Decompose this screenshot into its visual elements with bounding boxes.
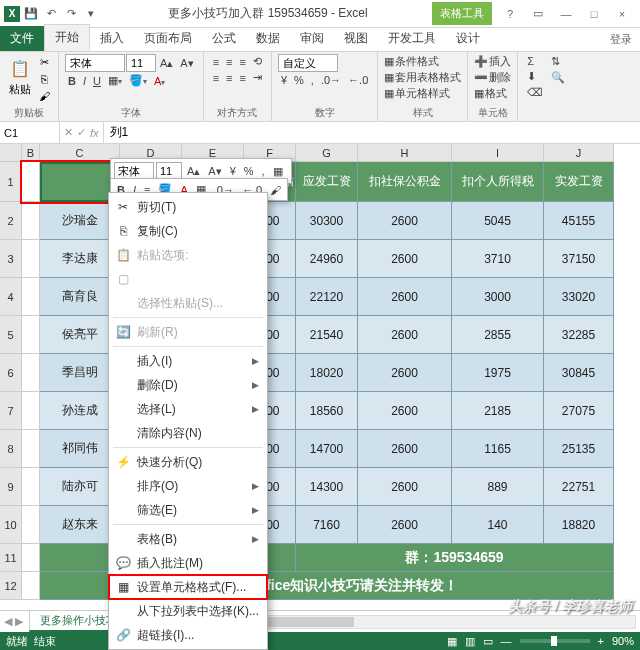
ctx-sort[interactable]: 排序(O)▶ bbox=[109, 474, 267, 498]
tab-formula[interactable]: 公式 bbox=[202, 26, 246, 51]
row-header[interactable]: 3 bbox=[0, 240, 22, 278]
formula-bar[interactable]: 列1 bbox=[104, 122, 640, 143]
ctx-format-cells[interactable]: ▦设置单元格格式(F)... bbox=[109, 575, 267, 599]
underline-button[interactable]: U bbox=[90, 74, 104, 88]
zoom-slider[interactable] bbox=[520, 639, 590, 643]
ctx-hyperlink[interactable]: 🔗超链接(I)... bbox=[109, 623, 267, 647]
ctx-quick-analysis[interactable]: ⚡快速分析(Q) bbox=[109, 450, 267, 474]
insert-cells-button[interactable]: ➕ 插入 bbox=[474, 54, 511, 69]
align-top-icon[interactable]: ≡ bbox=[210, 55, 222, 69]
cell[interactable]: 45155 bbox=[544, 202, 614, 240]
tab-dev[interactable]: 开发工具 bbox=[378, 26, 446, 51]
clear-icon[interactable]: ⌫ bbox=[524, 85, 546, 100]
zoom-level[interactable]: 90% bbox=[612, 635, 634, 647]
cell[interactable]: 32285 bbox=[544, 316, 614, 354]
tab-design[interactable]: 设计 bbox=[446, 26, 490, 51]
align-right-icon[interactable]: ≡ bbox=[237, 71, 249, 85]
cell[interactable]: 2185 bbox=[452, 392, 544, 430]
mini-currency-icon[interactable]: ¥ bbox=[227, 164, 239, 178]
tab-review[interactable]: 审阅 bbox=[290, 26, 334, 51]
login-link[interactable]: 登录 bbox=[602, 28, 640, 51]
fill-icon[interactable]: ⬇ bbox=[524, 69, 546, 84]
zoom-out-icon[interactable]: — bbox=[501, 635, 512, 647]
cell[interactable] bbox=[22, 162, 40, 202]
cell[interactable]: 2600 bbox=[358, 506, 452, 544]
col-header[interactable]: G bbox=[296, 144, 358, 162]
paste-button[interactable]: 📋 粘贴 bbox=[6, 54, 34, 99]
border-icon[interactable]: ▦▾ bbox=[105, 73, 125, 88]
view-break-icon[interactable]: ▭ bbox=[483, 635, 493, 648]
confirm-fx-icon[interactable]: ✓ bbox=[77, 126, 86, 139]
ctx-filter[interactable]: 筛选(E)▶ bbox=[109, 498, 267, 522]
cell[interactable]: 5045 bbox=[452, 202, 544, 240]
cell[interactable]: 扣社保公积金 bbox=[358, 162, 452, 202]
cell[interactable]: 3000 bbox=[452, 278, 544, 316]
zoom-in-icon[interactable]: + bbox=[598, 635, 604, 647]
ctx-cut[interactable]: ✂剪切(T) bbox=[109, 195, 267, 219]
cell[interactable] bbox=[22, 506, 40, 544]
cell[interactable] bbox=[22, 354, 40, 392]
align-middle-icon[interactable]: ≡ bbox=[223, 55, 235, 69]
col-header[interactable]: I bbox=[452, 144, 544, 162]
table-format-button[interactable]: ▦ 套用表格格式 bbox=[384, 70, 461, 85]
cell[interactable]: 18820 bbox=[544, 506, 614, 544]
cell[interactable]: 2600 bbox=[358, 240, 452, 278]
cell[interactable]: 22751 bbox=[544, 468, 614, 506]
font-name-input[interactable] bbox=[65, 54, 125, 72]
cell[interactable]: 2600 bbox=[358, 392, 452, 430]
ctx-select[interactable]: 选择(L)▶ bbox=[109, 397, 267, 421]
cancel-fx-icon[interactable]: ✕ bbox=[64, 126, 73, 139]
row-header[interactable]: 9 bbox=[0, 468, 22, 506]
fx-icon[interactable]: fx bbox=[90, 127, 99, 139]
sheet-nav[interactable]: ◀ ▶ bbox=[4, 615, 29, 628]
qat-customize-icon[interactable]: ▾ bbox=[82, 5, 100, 23]
cell[interactable]: 25135 bbox=[544, 430, 614, 468]
increase-font-icon[interactable]: A▴ bbox=[157, 56, 176, 71]
cell[interactable] bbox=[22, 278, 40, 316]
align-left-icon[interactable]: ≡ bbox=[210, 71, 222, 85]
italic-button[interactable]: I bbox=[80, 74, 89, 88]
copy-icon[interactable]: ⎘ bbox=[36, 71, 52, 87]
cell[interactable] bbox=[22, 544, 40, 572]
align-center-icon[interactable]: ≡ bbox=[223, 71, 235, 85]
cell[interactable]: 140 bbox=[452, 506, 544, 544]
cell[interactable] bbox=[22, 240, 40, 278]
row-header[interactable]: 6 bbox=[0, 354, 22, 392]
fill-color-icon[interactable]: 🪣▾ bbox=[126, 73, 150, 88]
row-header[interactable]: 2 bbox=[0, 202, 22, 240]
cell[interactable]: 7160 bbox=[296, 506, 358, 544]
cell[interactable]: 33020 bbox=[544, 278, 614, 316]
cell[interactable]: 1975 bbox=[452, 354, 544, 392]
ctx-clear[interactable]: 清除内容(N) bbox=[109, 421, 267, 445]
tab-view[interactable]: 视图 bbox=[334, 26, 378, 51]
help-icon[interactable]: ? bbox=[498, 4, 522, 24]
cell[interactable]: 2600 bbox=[358, 202, 452, 240]
ribbon-display-icon[interactable]: ▭ bbox=[526, 4, 550, 24]
cell[interactable]: 3710 bbox=[452, 240, 544, 278]
cell[interactable]: 30300 bbox=[296, 202, 358, 240]
minimize-icon[interactable]: — bbox=[554, 4, 578, 24]
cell[interactable]: 2600 bbox=[358, 354, 452, 392]
row-header[interactable]: 11 bbox=[0, 544, 22, 572]
cell[interactable]: 2600 bbox=[358, 316, 452, 354]
cell[interactable]: 14700 bbox=[296, 430, 358, 468]
font-color-icon[interactable]: A▾ bbox=[151, 74, 168, 88]
mini-decrease-font-icon[interactable]: A▾ bbox=[205, 164, 224, 179]
increase-decimal-icon[interactable]: .0→ bbox=[318, 73, 344, 87]
bold-button[interactable]: B bbox=[65, 74, 79, 88]
cell[interactable] bbox=[22, 202, 40, 240]
ctx-copy[interactable]: ⎘复制(C) bbox=[109, 219, 267, 243]
redo-icon[interactable]: ↷ bbox=[62, 5, 80, 23]
format-cells-button[interactable]: ▦ 格式 bbox=[474, 86, 511, 101]
currency-icon[interactable]: ¥ bbox=[278, 73, 290, 87]
cell[interactable]: 18560 bbox=[296, 392, 358, 430]
cell[interactable]: 应发工资 bbox=[296, 162, 358, 202]
tab-file[interactable]: 文件 bbox=[0, 26, 44, 51]
cell[interactable]: 22120 bbox=[296, 278, 358, 316]
cell[interactable] bbox=[22, 468, 40, 506]
conditional-format-button[interactable]: ▦ 条件格式 bbox=[384, 54, 461, 69]
format-painter-icon[interactable]: 🖌 bbox=[36, 88, 52, 104]
decrease-font-icon[interactable]: A▾ bbox=[177, 56, 196, 71]
autosum-icon[interactable]: Σ bbox=[524, 54, 546, 68]
cell[interactable]: 1165 bbox=[452, 430, 544, 468]
